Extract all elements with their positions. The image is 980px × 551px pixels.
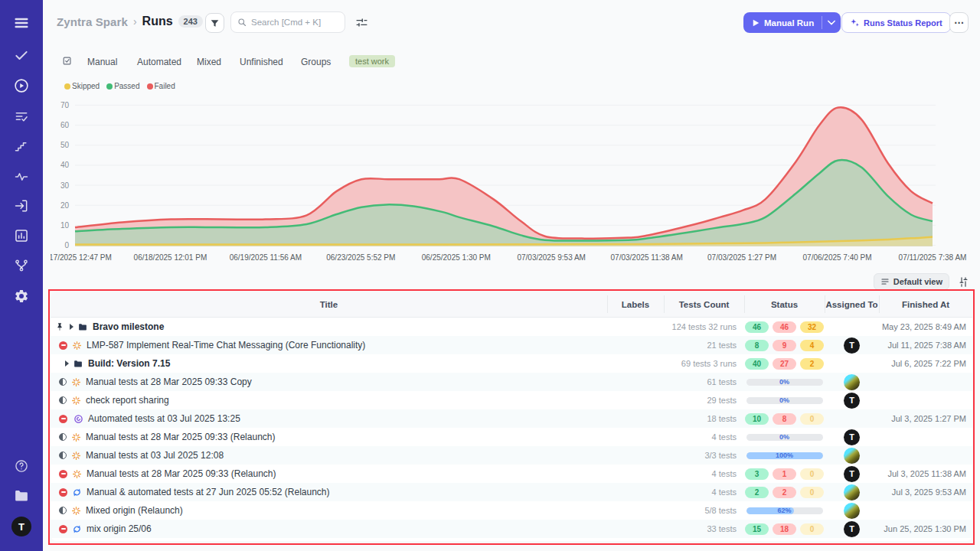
tab-unfinished[interactable]: Unfinished [240, 57, 283, 67]
app-root: T Zyntra Spark › Runs 243 Search [Cmd + … [0, 0, 980, 551]
breadcrumb-separator-icon: › [133, 15, 137, 28]
assignee-avatar[interactable] [844, 374, 860, 390]
column-header-labels[interactable]: Labels [607, 292, 664, 317]
play-icon [753, 19, 760, 27]
run-title[interactable]: Automated tests at 03 Jul 2025 13:25 [88, 413, 240, 424]
reports-chart-icon[interactable] [14, 228, 29, 243]
svg-text:06/23/2025 5:52 PM: 06/23/2025 5:52 PM [326, 253, 395, 262]
svg-text:07/03/2025 11:38 AM: 07/03/2025 11:38 AM [611, 253, 683, 262]
settings-gear-icon[interactable] [14, 289, 29, 304]
assignee-avatar[interactable]: T [844, 466, 860, 482]
user-avatar[interactable]: T [11, 517, 31, 536]
search-placeholder: Search [Cmd + K] [251, 18, 321, 27]
assignee-avatar[interactable] [844, 503, 860, 519]
manual-run-main[interactable]: Manual Run [743, 12, 822, 33]
run-title[interactable]: Manual tests at 03 Jul 2025 12:08 [86, 450, 224, 461]
run-title[interactable]: Manual tests at 28 Mar 2025 09:33 Copy [86, 377, 252, 387]
milestones-steps-icon[interactable] [14, 139, 29, 154]
finished-at-cell: May 23, 2025 8:49 AM [879, 318, 972, 336]
run-title[interactable]: Manual tests at 28 Mar 2025 09:33 (Relau… [86, 432, 275, 442]
run-in-progress-status-icon [59, 507, 67, 514]
table-row[interactable]: LMP-587 Implement Real-Time Chat Messagi… [51, 336, 972, 354]
assignee-avatar[interactable]: T [844, 337, 860, 354]
requirements-signin-icon[interactable] [14, 198, 29, 214]
passed-count-pill: 3 [745, 468, 769, 480]
help-icon[interactable] [14, 458, 29, 474]
skipped-count-pill: 0 [800, 487, 824, 498]
column-header-assigned-to[interactable]: Assigned To [825, 292, 879, 317]
table-row[interactable]: Bravo milestone 124 tests 32 runs 464632… [51, 318, 972, 336]
display-settings-icon[interactable] [355, 16, 368, 32]
breadcrumb: Zyntra Spark › Runs 243 [57, 15, 203, 28]
column-header-title[interactable]: Title [51, 292, 607, 317]
filter-button[interactable] [205, 13, 224, 33]
column-header-tests-count[interactable]: Tests Count [664, 292, 744, 317]
manual-run-dropdown[interactable] [822, 12, 841, 33]
expand-caret-icon[interactable] [65, 360, 69, 367]
sidebar: T [0, 0, 43, 551]
tests-count-cell: 69 tests 3 runs [664, 354, 744, 373]
assigned-cell [825, 354, 879, 373]
runs-status-report-button[interactable]: Runs Status Report [841, 12, 951, 33]
assignee-avatar[interactable] [844, 448, 860, 464]
run-title[interactable]: Bravo milestone [93, 321, 164, 332]
test-cases-check-icon[interactable] [14, 47, 29, 63]
projects-folder-icon[interactable] [14, 488, 30, 504]
assignee-avatar[interactable] [844, 484, 860, 500]
tests-count-cell: 4 tests [664, 483, 744, 501]
filter-tag[interactable]: test work [349, 55, 395, 67]
menu-icon[interactable] [13, 15, 30, 31]
test-plans-list-icon[interactable] [14, 109, 29, 124]
assigned-cell [825, 409, 879, 428]
svg-text:07/03/2025 9:53 AM: 07/03/2025 9:53 AM [517, 253, 586, 262]
column-header-status[interactable]: Status [744, 292, 825, 317]
tab-automated[interactable]: Automated [137, 57, 181, 67]
table-row[interactable]: check report sharing 29 tests 0% T [51, 391, 972, 409]
tab-mixed[interactable]: Mixed [197, 57, 221, 67]
svg-text:60: 60 [60, 121, 70, 129]
table-row[interactable]: Mixed origin (Relaunch) 5/8 tests 62% [51, 501, 972, 520]
tab-groups[interactable]: Groups [301, 57, 331, 67]
run-title[interactable]: Manual tests at 28 Mar 2025 09:33 (Relau… [87, 468, 276, 479]
table-row[interactable]: Automated tests at 03 Jul 2025 13:25 18 … [51, 409, 972, 428]
table-row[interactable]: Manual tests at 28 Mar 2025 09:33 (Relau… [51, 465, 972, 483]
assignee-avatar[interactable]: T [844, 521, 860, 537]
table-row[interactable]: Manual & automated tests at 27 Jun 2025 … [51, 483, 972, 501]
run-in-progress-status-icon [59, 433, 67, 441]
svg-text:06/19/2025 11:56 AM: 06/19/2025 11:56 AM [230, 253, 302, 262]
run-title[interactable]: mix origin 25/06 [87, 523, 152, 534]
runs-play-circle-icon[interactable] [14, 78, 30, 94]
run-title[interactable]: Manual & automated tests at 27 Jun 2025 … [87, 487, 330, 497]
run-title[interactable]: check report sharing [86, 395, 169, 406]
assignee-avatar[interactable]: T [844, 429, 860, 445]
breadcrumb-project[interactable]: Zyntra Spark [57, 15, 128, 28]
run-failed-status-icon [59, 341, 67, 350]
table-row[interactable]: mix origin 25/06 33 tests 15180 T Jun 25… [51, 520, 972, 538]
search-input[interactable]: Search [Cmd + K] [230, 11, 345, 33]
passed-count-pill: 8 [745, 340, 769, 351]
traceability-branch-icon[interactable] [14, 258, 29, 273]
passed-count-pill: 10 [745, 413, 769, 425]
more-actions-button[interactable]: ⋯ [949, 12, 969, 33]
manual-run-button[interactable]: Manual Run [743, 12, 841, 33]
run-title[interactable]: Mixed origin (Relaunch) [86, 505, 183, 516]
default-view-button[interactable]: Default view [874, 273, 949, 290]
table-row[interactable]: Manual tests at 28 Mar 2025 09:33 Copy 6… [51, 373, 972, 391]
assignee-avatar[interactable]: T [844, 393, 860, 409]
legend-dot [106, 83, 113, 90]
status-cell: 15180 [744, 520, 825, 538]
table-row[interactable]: Manual tests at 03 Jul 2025 12:08 3/3 te… [51, 446, 972, 465]
run-title[interactable]: Build: Version 7.15 [88, 358, 170, 369]
activity-pulse-icon[interactable] [14, 169, 29, 184]
finished-at-cell [879, 391, 972, 409]
failed-count-pill: 1 [773, 468, 796, 480]
run-title[interactable]: LMP-587 Implement Real-Time Chat Messagi… [87, 340, 365, 350]
table-settings-icon[interactable] [958, 276, 969, 291]
table-row[interactable]: Build: Version 7.15 69 tests 3 runs 4027… [51, 354, 972, 373]
expand-caret-icon[interactable] [70, 324, 74, 330]
select-all-icon[interactable] [62, 56, 74, 70]
tab-manual[interactable]: Manual [87, 57, 117, 67]
run-failed-status-icon [59, 415, 67, 423]
table-row[interactable]: Manual tests at 28 Mar 2025 09:33 (Relau… [51, 428, 972, 446]
column-header-finished-at[interactable]: Finished At [879, 292, 972, 317]
